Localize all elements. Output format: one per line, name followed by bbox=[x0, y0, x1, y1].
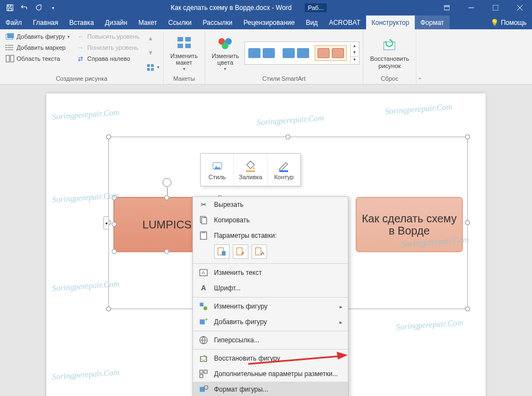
svg-rect-37 bbox=[202, 231, 206, 233]
selection-handle[interactable] bbox=[465, 220, 470, 225]
group-label-layouts: Макеты bbox=[167, 74, 201, 83]
tab-acrobat[interactable]: ACROBAT bbox=[324, 15, 366, 29]
tab-home[interactable]: Главная bbox=[28, 15, 64, 29]
selection-handle[interactable] bbox=[164, 249, 169, 254]
font-icon: A bbox=[199, 283, 208, 293]
tab-view[interactable]: Вид bbox=[300, 15, 324, 29]
reset-icon bbox=[380, 37, 398, 54]
rtl-button[interactable]: ⇄Справа налево bbox=[74, 54, 142, 64]
ctx-font[interactable]: AШрифт... bbox=[193, 280, 348, 296]
tab-layout[interactable]: Макет bbox=[133, 15, 163, 29]
selection-handle[interactable] bbox=[112, 249, 117, 254]
tab-review[interactable]: Рецензирование bbox=[238, 15, 300, 29]
rotate-handle[interactable] bbox=[163, 178, 171, 187]
group-label-reset: Сброс bbox=[367, 74, 412, 83]
ctx-more-layout[interactable]: Дополнительные параметры разметки... bbox=[193, 366, 348, 382]
watermark: Soringperepair.Com bbox=[52, 368, 119, 382]
paste-option-2[interactable] bbox=[233, 244, 248, 259]
style-option-2[interactable] bbox=[280, 46, 311, 60]
ctx-separator bbox=[193, 297, 348, 298]
arrow-left-icon: ← bbox=[76, 32, 85, 41]
outline-icon bbox=[277, 159, 290, 173]
change-colors-icon bbox=[216, 34, 234, 51]
ctx-change-shape[interactable]: Изменить фигуру▸ bbox=[193, 299, 348, 314]
layout-dropdown-button[interactable]: ▾ bbox=[144, 62, 161, 72]
ctx-add-shape[interactable]: +Добавить фигуру▸ bbox=[193, 314, 348, 330]
window-title: Как сделать схему в Ворде.docx - Word Ра… bbox=[63, 4, 435, 12]
paste-option-1[interactable] bbox=[214, 244, 230, 259]
hyperlink-icon bbox=[199, 335, 208, 345]
text-pane-toggle[interactable]: ◂ bbox=[103, 216, 109, 230]
selection-handle[interactable] bbox=[112, 195, 117, 200]
tab-mailings[interactable]: Рассылки bbox=[197, 15, 238, 29]
svg-rect-23 bbox=[178, 37, 183, 41]
mini-style-button[interactable]: Стиль bbox=[201, 154, 234, 186]
text-pane-button[interactable]: Область текста bbox=[3, 54, 72, 64]
selection-handle[interactable] bbox=[164, 195, 169, 200]
mini-fill-button[interactable]: Заливка bbox=[234, 154, 267, 186]
selection-handle[interactable] bbox=[285, 134, 290, 139]
paste-options-label: Параметры вставки: bbox=[214, 232, 277, 239]
svg-rect-25 bbox=[178, 44, 183, 48]
minimize-button[interactable] bbox=[459, 0, 483, 15]
clipboard-icon bbox=[199, 231, 208, 241]
svg-rect-33 bbox=[279, 170, 288, 172]
svg-line-56 bbox=[248, 356, 340, 364]
mini-outline-button[interactable]: Контур bbox=[268, 154, 300, 186]
shape-1-text: LUMPICS bbox=[143, 218, 192, 231]
smartart-styles-gallery[interactable]: ▴▾▾ bbox=[244, 41, 359, 65]
help-label: Помощь bbox=[501, 19, 526, 27]
style-option-1[interactable] bbox=[246, 46, 277, 60]
demote-button: →Понизить уровень bbox=[74, 43, 142, 53]
collapse-ribbon-button[interactable]: ⌃ bbox=[416, 76, 426, 84]
qat-customize-button[interactable]: ▾ bbox=[46, 1, 60, 14]
selection-handle[interactable] bbox=[465, 306, 470, 311]
add-bullet-button[interactable]: Добавить маркер bbox=[3, 43, 72, 53]
tab-file[interactable]: Файл bbox=[0, 15, 28, 29]
tab-design[interactable]: Дизайн bbox=[100, 15, 133, 29]
svg-point-46 bbox=[204, 306, 207, 310]
selection-handle[interactable] bbox=[112, 222, 117, 227]
undo-button[interactable] bbox=[18, 1, 31, 14]
svg-point-29 bbox=[222, 43, 228, 49]
gallery-more-button[interactable]: ▴▾▾ bbox=[350, 43, 358, 63]
group-label-styles: Стили SmartArt bbox=[208, 74, 360, 83]
save-button[interactable] bbox=[3, 1, 17, 14]
svg-marker-57 bbox=[337, 352, 348, 359]
page[interactable]: ◂ LUMPICS Как сделать схему в Ворде Стил… bbox=[46, 93, 486, 396]
selection-handle[interactable] bbox=[106, 306, 111, 311]
ctx-separator bbox=[193, 331, 348, 331]
tell-me-help[interactable]: 💡 Помощь bbox=[485, 15, 532, 29]
smartart-shape-2[interactable]: Как сделать схему в Ворде bbox=[356, 197, 463, 252]
tab-references[interactable]: Ссылки bbox=[163, 15, 197, 29]
maximize-button[interactable] bbox=[483, 0, 508, 15]
svg-text:+: + bbox=[205, 317, 208, 322]
change-layout-button[interactable]: Изменить макет▾ bbox=[167, 32, 201, 74]
ctx-format-shape[interactable]: Формат фигуры... bbox=[193, 382, 348, 396]
change-colors-button[interactable]: Изменить цвета▾ bbox=[208, 33, 243, 73]
add-shape-button[interactable]: Добавить фигуру▾ bbox=[3, 32, 72, 41]
reset-graphic-button[interactable]: Восстановить рисунок bbox=[367, 32, 412, 74]
ctx-cut[interactable]: ✂Вырезать bbox=[193, 197, 348, 212]
svg-rect-52 bbox=[204, 370, 207, 373]
selection-handle[interactable] bbox=[465, 134, 470, 139]
close-button[interactable] bbox=[508, 0, 532, 15]
svg-rect-47 bbox=[200, 320, 205, 325]
redo-button[interactable] bbox=[32, 1, 45, 14]
tab-insert[interactable]: Вставка bbox=[64, 15, 100, 29]
selection-handle[interactable] bbox=[106, 134, 111, 139]
ctx-edit-text[interactable]: AИзменить текст bbox=[193, 265, 348, 280]
style-option-3[interactable] bbox=[315, 45, 347, 61]
ctx-separator bbox=[193, 263, 348, 264]
ctx-copy[interactable]: Копировать bbox=[193, 212, 348, 228]
paste-option-3[interactable]: A bbox=[252, 244, 267, 259]
watermark: Soringperepair.Com bbox=[385, 102, 452, 116]
tab-constructor[interactable]: Конструктор bbox=[366, 15, 415, 29]
ribbon-display-button[interactable] bbox=[435, 0, 459, 15]
ctx-hyperlink[interactable]: Гиперссылка... bbox=[193, 332, 348, 348]
svg-text:A: A bbox=[202, 270, 205, 275]
svg-rect-24 bbox=[185, 37, 191, 41]
text-pane-icon bbox=[6, 54, 14, 63]
group-layouts: Изменить макет▾ Макеты bbox=[164, 29, 205, 84]
tab-format[interactable]: Формат bbox=[415, 15, 450, 29]
